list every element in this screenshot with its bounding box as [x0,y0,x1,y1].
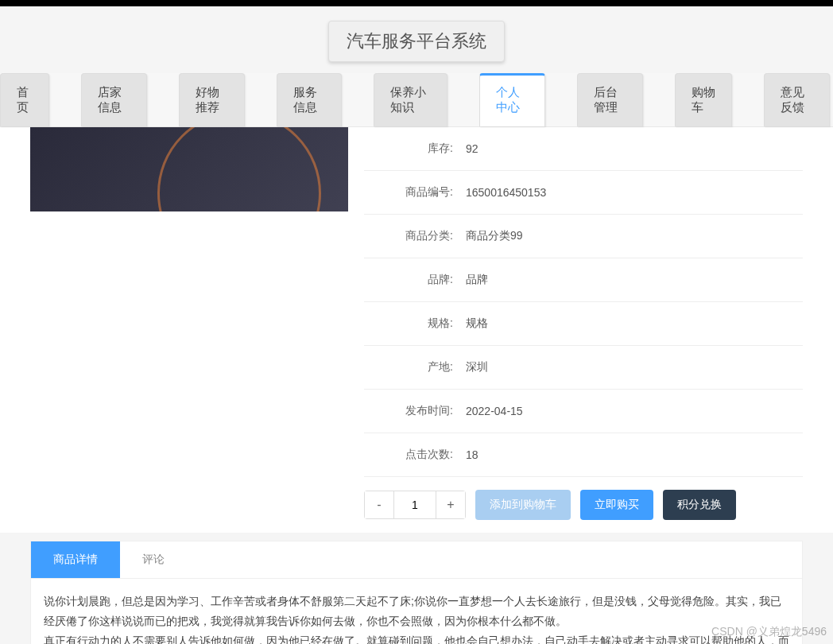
detail-value: 1650016450153 [466,186,546,199]
qty-decrease-button[interactable]: - [364,491,394,519]
detail-label: 商品分类: [364,229,466,243]
qty-input[interactable] [394,491,436,519]
product-image-column [30,127,348,533]
nav-feedback[interactable]: 意见反馈 [764,73,830,126]
detail-row-stock: 库存: 92 [364,127,803,171]
detail-value: 深圳 [466,360,488,374]
detail-value: 规格 [466,316,488,331]
detail-row-publish-date: 发布时间: 2022-04-15 [364,390,803,433]
action-row: - + 添加到购物车 立即购买 积分兑换 [364,477,803,533]
detail-row-origin: 产地: 深圳 [364,346,803,390]
window-topbar [0,0,833,6]
detail-row-clicks: 点击次数: 18 [364,433,803,477]
tab-reviews[interactable]: 评论 [120,541,187,578]
nav-maintenance-tips[interactable]: 保养小知识 [374,73,447,126]
detail-label: 商品编号: [364,185,466,200]
nav-recommend[interactable]: 好物推荐 [179,73,245,126]
detail-row-spec: 规格: 规格 [364,302,803,346]
add-to-cart-button[interactable]: 添加到购物车 [475,490,571,520]
detail-label: 品牌: [364,273,466,287]
tab-content: 说你计划晨跑，但总是因为学习、工作辛苦或者身体不舒服第二天起不了床;你说你一直梦… [31,579,802,644]
main-nav: 首页 店家信息 好物推荐 服务信息 保养小知识 个人中心 后台管理 购物车 意见… [0,73,833,127]
header: 汽车服务平台系统 [0,6,833,73]
main-content: 库存: 92 商品编号: 1650016450153 商品分类: 商品分类99 … [0,127,833,533]
detail-row-brand: 品牌: 品牌 [364,258,803,302]
detail-label: 发布时间: [364,404,466,418]
quantity-stepper: - + [364,491,466,519]
detail-label: 规格: [364,316,466,331]
detail-value: 92 [466,142,478,155]
qty-increase-button[interactable]: + [436,491,466,519]
product-image [30,127,348,211]
nav-store-info[interactable]: 店家信息 [81,73,147,126]
detail-value: 品牌 [466,273,488,287]
content-paragraph: 说你计划晨跑，但总是因为学习、工作辛苦或者身体不舒服第二天起不了床;你说你一直梦… [44,592,789,631]
detail-value: 2022-04-15 [466,405,523,417]
tab-product-detail[interactable]: 商品详情 [31,541,120,578]
product-detail-column: 库存: 92 商品编号: 1650016450153 商品分类: 商品分类99 … [364,127,803,533]
nav-service-info[interactable]: 服务信息 [277,73,343,126]
detail-label: 库存: [364,142,466,156]
content-paragraph: 真正有行动力的人不需要别人告诉他如何做，因为他已经在做了。就算碰到问题，他也会自… [44,631,789,644]
detail-row-category: 商品分类: 商品分类99 [364,215,803,258]
detail-label: 点击次数: [364,448,466,462]
detail-row-sku: 商品编号: 1650016450153 [364,171,803,215]
nav-personal-center[interactable]: 个人中心 [479,73,545,126]
detail-label: 产地: [364,360,466,374]
page-title: 汽车服务平台系统 [328,21,505,62]
nav-home[interactable]: 首页 [0,73,49,126]
nav-cart[interactable]: 购物车 [675,73,733,126]
detail-value: 18 [466,448,478,461]
points-redeem-button[interactable]: 积分兑换 [663,490,736,520]
buy-now-button[interactable]: 立即购买 [580,490,653,520]
detail-value: 商品分类99 [466,229,523,243]
nav-admin[interactable]: 后台管理 [577,73,643,126]
tabs-section: 商品详情 评论 说你计划晨跑，但总是因为学习、工作辛苦或者身体不舒服第二天起不了… [30,541,803,644]
tabs-head: 商品详情 评论 [31,541,802,579]
